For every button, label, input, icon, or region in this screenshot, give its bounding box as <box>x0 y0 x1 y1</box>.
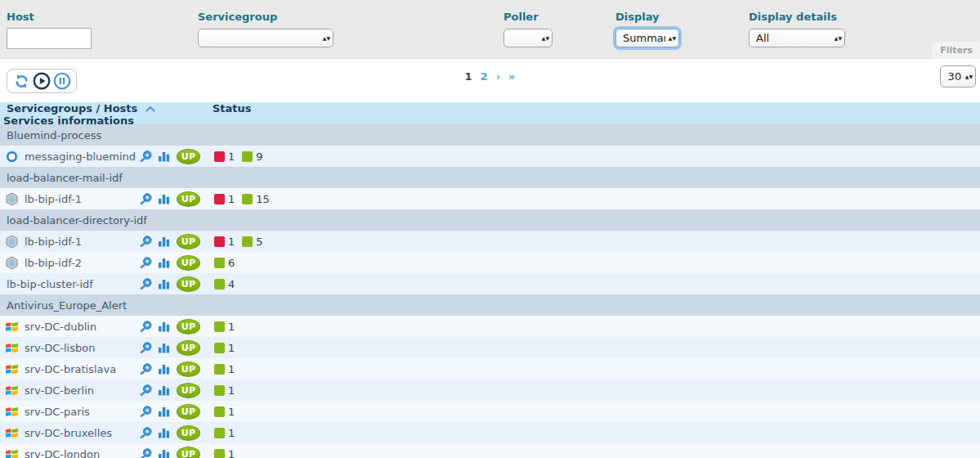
host-name[interactable]: lb-bip-idf-1 <box>25 193 82 205</box>
poller-select[interactable]: ▲▼ <box>503 29 553 47</box>
column-services-informations[interactable]: Services informations <box>0 114 139 127</box>
ok-status-square-icon <box>214 385 225 396</box>
host-row: srv-DC-parisUP1 <box>0 401 980 422</box>
host-detail-magnifier-icon[interactable] <box>139 362 153 376</box>
host-name[interactable]: srv-DC-london <box>25 448 100 458</box>
service-count-value: 1 <box>228 236 235 248</box>
critical-status-square-icon <box>214 151 225 162</box>
service-count-value: 1 <box>228 321 235 333</box>
stepper-icon: ▲▼ <box>323 36 330 40</box>
servicegroup-name: load-balancer-mail-idf <box>0 172 980 184</box>
host-graph-chart-icon[interactable] <box>158 342 170 354</box>
host-name[interactable]: srv-DC-paris <box>25 406 90 418</box>
host-name[interactable]: lb-bip-idf-2 <box>25 257 82 269</box>
critical-status-square-icon <box>214 194 225 204</box>
host-graph-chart-icon[interactable] <box>158 257 170 269</box>
host-detail-magnifier-icon[interactable] <box>139 447 153 458</box>
servicegroup-row: load-balancer-directory-idf <box>0 209 980 231</box>
host-name[interactable]: srv-DC-bratislava <box>25 363 116 375</box>
status-badge: UP <box>177 234 200 249</box>
host-graph-chart-icon[interactable] <box>158 150 170 163</box>
host-detail-magnifier-icon[interactable] <box>139 277 153 291</box>
last-page-icon[interactable]: » <box>508 70 515 83</box>
windows-host-icon <box>5 362 19 376</box>
host-name[interactable]: lb-bip-idf-1 <box>25 236 82 248</box>
service-count-ok[interactable]: 1 <box>214 342 235 354</box>
service-count-ok[interactable]: 1 <box>214 406 235 418</box>
host-name[interactable]: srv-DC-berlin <box>25 384 94 397</box>
service-count-ok[interactable]: 1 <box>214 363 235 375</box>
host-detail-magnifier-icon[interactable] <box>139 341 153 355</box>
display-details-select-value: All <box>756 32 831 44</box>
host-graph-chart-icon[interactable] <box>158 278 170 290</box>
bluemind-host-icon <box>5 150 19 164</box>
column-status[interactable]: Status <box>213 102 980 114</box>
servicegroup-select[interactable]: ▲▼ <box>198 29 333 47</box>
display-filter: Display Summary ▲▼ <box>615 0 679 47</box>
host-detail-magnifier-icon[interactable] <box>139 405 153 419</box>
host-graph-chart-icon[interactable] <box>158 193 170 205</box>
host-detail-magnifier-icon[interactable] <box>139 256 153 270</box>
stepper-icon: ▲▼ <box>965 74 973 79</box>
host-graph-chart-icon[interactable] <box>158 384 170 397</box>
service-count-value: 1 <box>228 448 235 458</box>
host-row: srv-DC-berlinUP1 <box>0 379 980 401</box>
service-count-critical[interactable]: 1 <box>214 236 235 248</box>
poller-label: Poller <box>503 11 553 23</box>
host-row: lb-bip-idf-1UP115 <box>0 188 980 209</box>
host-detail-magnifier-icon[interactable] <box>139 384 153 397</box>
servicegroup-label: Servicegroup <box>198 11 333 23</box>
servicegroups-table: Servicegroups / Hosts Status Services in… <box>0 102 980 458</box>
host-detail-magnifier-icon[interactable] <box>139 192 153 206</box>
service-count-ok[interactable]: 9 <box>242 150 262 163</box>
status-badge: UP <box>177 191 200 207</box>
service-count-ok[interactable]: 1 <box>214 384 235 397</box>
status-badge: UP <box>177 319 200 335</box>
service-count-ok[interactable]: 6 <box>214 257 235 269</box>
host-name[interactable]: srv-DC-dublin <box>25 321 96 333</box>
host-detail-magnifier-icon[interactable] <box>139 150 153 164</box>
display-details-select[interactable]: All ▲▼ <box>749 29 845 47</box>
status-badge: UP <box>177 276 200 292</box>
display-select[interactable]: Summary ▲▼ <box>615 29 679 47</box>
page-size-select[interactable]: 30 ▲▼ <box>940 65 976 88</box>
service-count-value: 1 <box>228 150 235 163</box>
stepper-icon: ▲▼ <box>835 36 842 40</box>
chevron-up-icon[interactable] <box>145 106 155 112</box>
host-row: lb-bip-cluster-idfUP4 <box>0 273 980 294</box>
service-count-ok[interactable]: 15 <box>242 193 270 205</box>
host-name[interactable]: lb-bip-cluster-idf <box>7 278 93 290</box>
service-count-value: 1 <box>228 363 235 375</box>
host-graph-chart-icon[interactable] <box>158 236 170 248</box>
service-count-ok[interactable]: 1 <box>214 427 235 439</box>
host-name[interactable]: srv-DC-lisbon <box>25 342 95 354</box>
service-count-ok[interactable]: 1 <box>214 321 235 333</box>
hexagon-host-icon <box>5 256 19 270</box>
host-graph-chart-icon[interactable] <box>158 363 170 375</box>
host-graph-chart-icon[interactable] <box>158 406 170 418</box>
next-page-icon[interactable]: › <box>496 70 500 83</box>
host-graph-chart-icon[interactable] <box>158 321 170 333</box>
host-graph-chart-icon[interactable] <box>158 448 170 458</box>
host-name[interactable]: srv-DC-bruxelles <box>25 427 112 439</box>
servicegroup-name: Bluemind-process <box>0 129 980 141</box>
page-link-2[interactable]: 2 <box>481 70 488 83</box>
host-detail-magnifier-icon[interactable] <box>139 235 153 249</box>
host-detail-magnifier-icon[interactable] <box>139 426 153 440</box>
host-name[interactable]: messaging-bluemind <box>25 150 136 163</box>
host-detail-magnifier-icon[interactable] <box>139 320 153 334</box>
pagination: 12›» <box>0 70 980 83</box>
servicegroup-row: Bluemind-process <box>0 124 980 146</box>
display-details-label: Display details <box>749 11 845 23</box>
filters-tab[interactable]: Filters <box>933 42 980 59</box>
column-servicegroups-hosts[interactable]: Servicegroups / Hosts <box>7 102 137 114</box>
service-count-ok[interactable]: 1 <box>214 448 235 458</box>
ok-status-square-icon <box>214 258 225 268</box>
service-count-ok[interactable]: 5 <box>242 236 262 248</box>
windows-host-icon <box>5 405 19 419</box>
host-input[interactable] <box>7 28 92 49</box>
service-count-critical[interactable]: 1 <box>214 150 235 163</box>
service-count-ok[interactable]: 4 <box>214 278 235 290</box>
service-count-critical[interactable]: 1 <box>214 193 235 205</box>
host-graph-chart-icon[interactable] <box>158 427 170 439</box>
